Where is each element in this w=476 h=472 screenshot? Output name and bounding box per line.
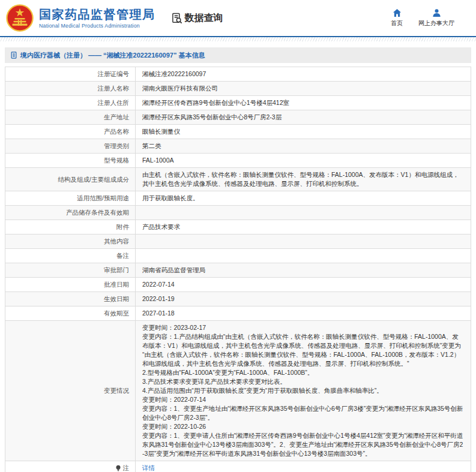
- row-label: 注册人名称: [5, 82, 136, 95]
- home-icon: [393, 8, 402, 17]
- row-label: 产品储存条件及有效期: [5, 206, 136, 220]
- row-label: 结构及组成/主要组成成分: [5, 168, 136, 191]
- document-icon: [10, 52, 17, 59]
- row-value: 湖南火眼医疗科技有限公司: [136, 82, 471, 95]
- table-row-approval-date: 批准日期 2022-07-14: [5, 278, 471, 292]
- site-subtitle: National Medical Products Administration: [39, 23, 155, 29]
- row-label: 适用范围/预期用途: [5, 191, 136, 205]
- national-emblem-icon: [6, 4, 34, 32]
- nav-home[interactable]: 首页: [391, 8, 403, 28]
- header-hatch-band: [0, 37, 476, 41]
- row-value: 湖南省药品监督管理局: [136, 263, 471, 277]
- registration-info-table: 注册证编号 湘械注准20222160097 注册人名称 湖南火眼医疗科技有限公司…: [5, 67, 471, 472]
- table-row-structure-composition: 结构及组成/主要组成成分 由主机（含嵌入式软件，软件名称：眼轴长测量仪软件、型号…: [5, 168, 471, 191]
- row-value: 用于获取眼轴长度。: [136, 191, 471, 205]
- row-value: 变更时间：2023-02-17 变更内容：1.产品结构组成由“由主机（含嵌入式软…: [136, 321, 471, 461]
- row-label: 管理类别: [5, 139, 136, 153]
- row-value: FAL-1000A: [136, 154, 471, 167]
- table-row-change-history: 变更情况 变更时间：2023-02-17 变更内容：1.产品结构组成由“由主机（…: [5, 321, 471, 461]
- document-search-icon: [171, 13, 182, 24]
- table-row-approval-department: 审批部门 湖南省药品监督管理局: [5, 263, 471, 278]
- row-value: 湘潭经开区传奇西路9号创新创业中心1号楼4层412室: [136, 96, 471, 110]
- data-query-label: 数据查询: [185, 12, 223, 25]
- row-label: 型号规格: [5, 154, 136, 167]
- breadcrumb-label: 境内医疗器械（注册） —— “湘械注准20222160097” 基本信息: [20, 51, 205, 60]
- row-value: 湘械注准20222160097: [136, 67, 471, 81]
- table-row-model-spec: 型号规格 FAL-1000A: [5, 154, 471, 168]
- site-logo[interactable]: 国家药品监督管理局 National Medical Products Admi…: [6, 4, 155, 32]
- header-nav: 首页 网上办事大厅: [391, 8, 468, 28]
- row-label: 审批部门: [5, 263, 136, 277]
- table-row-management-class: 管理类别 第二类: [5, 139, 471, 154]
- row-label: 注: [5, 461, 136, 472]
- note-label: 注: [123, 464, 130, 472]
- row-label: 备注: [5, 249, 136, 263]
- row-label: 生效日期: [5, 292, 136, 306]
- site-header: 国家药品监督管理局 National Medical Products Admi…: [0, 0, 476, 36]
- table-row-attachments: 附件 产品技术要求: [5, 220, 471, 235]
- row-value: 由主机（含嵌入式软件，软件名称：眼轴长测量仪软件、型号规格：FAL-1000A、…: [136, 168, 471, 191]
- row-value: 2022-07-14: [136, 278, 471, 291]
- nav-home-label: 首页: [391, 19, 403, 28]
- lightbulb-icon: [115, 465, 121, 472]
- table-row-registrant-name: 注册人名称 湖南火眼医疗科技有限公司: [5, 82, 471, 96]
- nav-online-hall[interactable]: 网上办事大厅: [418, 8, 454, 28]
- table-row-other-content: 其他内容: [5, 235, 471, 249]
- table-row-storage-conditions: 产品储存条件及有效期: [5, 206, 471, 220]
- row-value: 2027-01-18: [136, 306, 471, 320]
- row-value: [136, 235, 471, 248]
- row-label: 其他内容: [5, 235, 136, 248]
- row-value: 眼轴长测量仪: [136, 125, 471, 139]
- data-query-tab[interactable]: 数据查询: [171, 12, 223, 25]
- row-value: 产品技术要求: [136, 220, 471, 234]
- row-label: 有效期至: [5, 306, 136, 320]
- row-value: [136, 206, 471, 220]
- row-label: 注册人住所: [5, 96, 136, 110]
- table-row-effective-date: 生效日期 2022-01-19: [5, 292, 471, 306]
- row-label: 注册证编号: [5, 67, 136, 81]
- site-title: 国家药品监督管理局: [39, 8, 155, 21]
- row-label: 批准日期: [5, 278, 136, 291]
- table-row-product-name: 产品名称 眼轴长测量仪: [5, 125, 471, 139]
- user-icon: [432, 8, 441, 17]
- row-label: 附件: [5, 220, 136, 234]
- table-row-expiry-date: 有效期至 2027-01-18: [5, 306, 471, 321]
- row-value: 湘潭经开区东风路35号创新创业中心8号厂房2-3层: [136, 110, 471, 124]
- nav-online-hall-label: 网上办事大厅: [418, 19, 454, 28]
- row-value: 2022-01-19: [136, 292, 471, 306]
- row-label: 产品名称: [5, 125, 136, 139]
- row-value: [136, 249, 471, 263]
- table-row-registration-number: 注册证编号 湘械注准20222160097: [5, 67, 471, 82]
- table-row-note: 注 详情: [5, 461, 471, 472]
- table-row-remarks: 备注: [5, 249, 471, 263]
- site-title-block: 国家药品监督管理局 National Medical Products Admi…: [39, 8, 155, 29]
- row-label: 变更情况: [5, 321, 136, 461]
- table-row-intended-use: 适用范围/预期用途 用于获取眼轴长度。: [5, 191, 471, 206]
- table-row-production-address: 生产地址 湘潭经开区东风路35号创新创业中心8号厂房2-3层: [5, 110, 471, 125]
- details-link[interactable]: 详情: [142, 464, 155, 472]
- table-row-registrant-address: 注册人住所 湘潭经开区传奇西路9号创新创业中心1号楼4层412室: [5, 96, 471, 110]
- row-value: 第二类: [136, 139, 471, 153]
- breadcrumb: 境内医疗器械（注册） —— “湘械注准20222160097” 基本信息: [5, 47, 471, 63]
- row-label: 生产地址: [5, 110, 136, 124]
